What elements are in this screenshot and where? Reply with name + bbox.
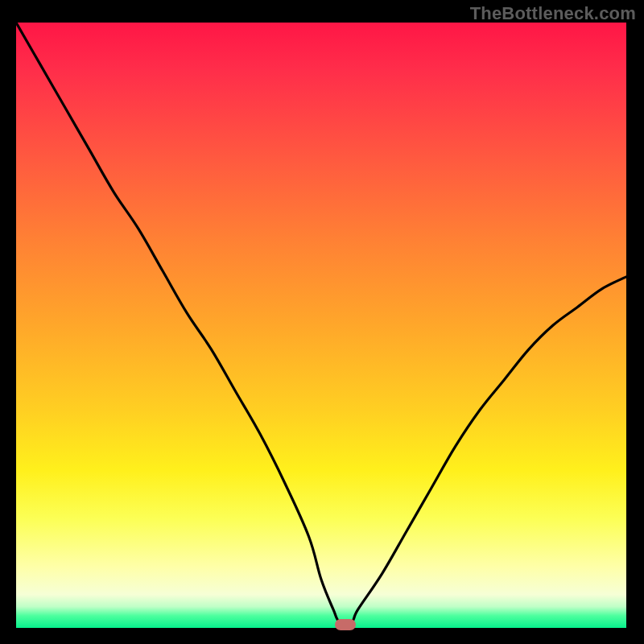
plot-svg bbox=[16, 23, 626, 628]
chart-frame: TheBottleneck.com bbox=[0, 0, 644, 644]
bottleneck-curve bbox=[16, 23, 626, 624]
watermark-text: TheBottleneck.com bbox=[470, 3, 636, 24]
min-marker bbox=[335, 619, 356, 630]
plot-area bbox=[16, 23, 626, 628]
